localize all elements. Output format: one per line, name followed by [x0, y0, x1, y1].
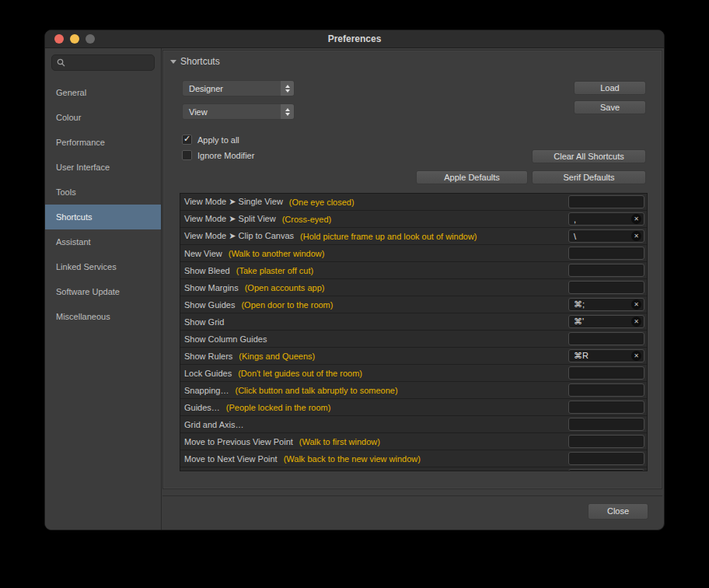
desktop-background: Preferences General Colour Performance U… — [0, 0, 709, 588]
shortcut-label: Lock Guides — [184, 369, 232, 378]
shortcut-key-input[interactable]: ✕ — [568, 469, 644, 471]
shortcut-row: View Mode ➤ Single View (One eye closed)… — [180, 194, 647, 211]
sidebar-item-label: Shortcuts — [56, 212, 92, 222]
sidebar-item[interactable]: Assistant — [45, 229, 161, 254]
shortcut-row: Show Rulers (Kings and Queens) ⌘R ✕ — [180, 348, 647, 365]
shortcut-row: Guides… (People locked in the room) ✕ — [180, 399, 647, 416]
sidebar-list: General Colour Performance User Interfac… — [45, 80, 161, 329]
shortcut-key-input[interactable]: ✕ — [568, 418, 644, 431]
window-body: General Colour Performance User Interfac… — [45, 48, 664, 530]
shortcut-key-value: ⌘' — [574, 317, 631, 327]
save-button[interactable]: Save — [574, 100, 646, 114]
clear-shortcut-icon[interactable]: ✕ — [631, 231, 641, 241]
apply-to-all-label: Apply to all — [197, 135, 239, 145]
ignore-modifier-row: Ignore Modifier — [182, 150, 254, 160]
apply-to-all-checkbox[interactable] — [182, 135, 192, 145]
ignore-modifier-checkbox[interactable] — [182, 150, 192, 160]
title-bar[interactable]: Preferences — [45, 30, 664, 48]
shortcut-key-input[interactable]: ⌘R ✕ — [568, 349, 644, 362]
shortcut-key-value: \ — [574, 232, 631, 241]
section-title: Shortcuts — [180, 56, 220, 67]
shortcut-key-input[interactable]: ✕ — [568, 401, 644, 414]
app-dropdown-value: Designer — [183, 84, 281, 93]
sidebar-item[interactable]: Performance — [45, 130, 161, 155]
shortcut-note: (Walk to another window) — [229, 249, 325, 258]
shortcut-label: Show Margins — [184, 283, 239, 292]
serif-defaults-button[interactable]: Serif Defaults — [532, 170, 646, 184]
preferences-window: Preferences General Colour Performance U… — [44, 30, 665, 530]
sidebar-item[interactable]: General — [45, 80, 161, 105]
sidebar-item[interactable]: Tools — [45, 180, 161, 205]
shortcut-key-input[interactable]: ✕ — [568, 247, 644, 260]
shortcut-label: View Mode ➤ Clip to Canvas — [184, 231, 294, 241]
shortcut-note: (People locked in the room) — [226, 403, 331, 412]
shortcut-label: Snapping… — [184, 386, 229, 395]
apply-to-all-row: Apply to all — [182, 135, 239, 145]
shortcut-label: New View — [184, 249, 222, 258]
search-input[interactable] — [68, 58, 149, 68]
shortcut-key-input[interactable]: ✕ — [568, 195, 644, 208]
sidebar-item[interactable]: User Interface — [45, 155, 161, 180]
shortcut-row: ✕ — [180, 467, 647, 471]
clear-shortcut-icon[interactable]: ✕ — [631, 214, 641, 224]
shortcut-note: (One eye closed) — [289, 198, 354, 207]
sidebar-item[interactable]: Software Update — [45, 279, 161, 304]
shortcut-note: (Take plaster off cut) — [236, 266, 313, 275]
sidebar-item[interactable]: Shortcuts — [45, 205, 161, 229]
shortcut-row: Show Margins (Open accounts app) ✕ — [180, 279, 647, 296]
shortcut-label: Move to Next View Point — [184, 454, 278, 464]
shortcut-key-input[interactable]: ✕ — [568, 281, 644, 294]
shortcut-key-input[interactable]: ✕ — [568, 366, 644, 380]
clear-shortcut-icon[interactable]: ✕ — [631, 299, 641, 310]
shortcut-key-input[interactable]: ✕ — [568, 332, 644, 345]
search-box[interactable] — [51, 54, 155, 71]
sidebar-item-label: Tools — [56, 187, 76, 197]
clear-shortcut-icon[interactable]: ✕ — [631, 351, 641, 361]
sidebar-item[interactable]: Miscellaneous — [45, 304, 161, 329]
clear-shortcut-icon[interactable]: ✕ — [631, 317, 641, 327]
shortcut-note: (Hold picture frame up and look out of w… — [300, 232, 477, 241]
category-dropdown[interactable]: View — [182, 103, 295, 120]
shortcut-row: Lock Guides (Don't let guides out of the… — [180, 365, 647, 382]
shortcut-row: Snapping… (Click button and talk abruptl… — [180, 382, 647, 399]
shortcut-key-input[interactable]: ✕ — [568, 264, 644, 277]
stepper-icon — [281, 104, 294, 119]
sidebar-item-label: Software Update — [56, 287, 120, 296]
sidebar-item-label: Performance — [56, 138, 105, 147]
shortcut-label: Show Guides — [184, 300, 235, 310]
section-header[interactable]: Shortcuts — [170, 56, 220, 67]
shortcut-key-input[interactable]: ✕ — [568, 383, 644, 397]
sidebar: General Colour Performance User Interfac… — [45, 48, 162, 530]
shortcuts-panel: Shortcuts Designer View Loa — [162, 50, 662, 489]
shortcut-key-input[interactable]: ⌘' ✕ — [568, 315, 644, 328]
shortcut-label: View Mode ➤ Split View — [184, 214, 276, 224]
shortcut-key-input[interactable]: ⌘; ✕ — [568, 298, 644, 311]
footer: Close — [162, 495, 662, 530]
ignore-modifier-label: Ignore Modifier — [197, 151, 254, 160]
shortcut-row: Grid and Axis… ✕ — [180, 416, 647, 433]
shortcut-note: (Walk back to the new view window) — [284, 454, 421, 464]
shortcut-key-input[interactable]: ✕ — [568, 435, 644, 448]
shortcut-note: (Kings and Queens) — [239, 352, 315, 361]
shortcut-label: Show Rulers — [184, 352, 232, 361]
stepper-icon — [281, 81, 294, 96]
sidebar-item-label: Colour — [56, 113, 81, 122]
chevron-down-icon — [170, 60, 176, 64]
close-button[interactable]: Close — [588, 503, 648, 520]
shortcut-key-value: , — [574, 215, 631, 224]
shortcut-note: (Click button and talk abruptly to someo… — [236, 386, 398, 395]
shortcut-key-input[interactable]: \ ✕ — [568, 229, 644, 243]
sidebar-item[interactable]: Colour — [45, 105, 161, 130]
clear-all-shortcuts-button[interactable]: Clear All Shortcuts — [532, 149, 646, 163]
search-icon — [57, 58, 65, 67]
app-dropdown[interactable]: Designer — [182, 80, 295, 96]
shortcut-key-input[interactable]: ✕ — [568, 452, 644, 465]
shortcut-label: View Mode ➤ Single View — [184, 197, 283, 207]
sidebar-item-label: General — [56, 88, 86, 97]
shortcut-row: Show Bleed (Take plaster off cut) ✕ — [180, 262, 647, 279]
sidebar-item[interactable]: Linked Services — [45, 254, 161, 279]
shortcut-note: (Open accounts app) — [245, 283, 325, 292]
apple-defaults-button[interactable]: Apple Defaults — [416, 170, 528, 184]
load-button[interactable]: Load — [574, 81, 646, 95]
shortcut-key-input[interactable]: , ✕ — [568, 212, 644, 226]
